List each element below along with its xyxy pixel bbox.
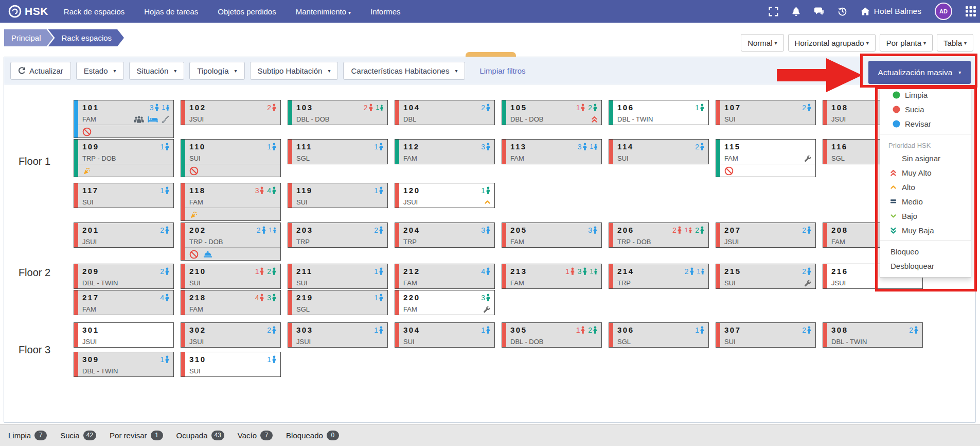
occupancy-count: 2 [588, 104, 598, 111]
room-row: 2012 JSUI 20221 TRP - DOB 2032 TRP [74, 222, 923, 248]
room-card-114[interactable]: 1142 SUI [609, 139, 709, 164]
filter-button-estado[interactable]: Estado▾ [76, 62, 124, 80]
filter-button-situacion[interactable]: Situación▾ [129, 62, 185, 80]
room-card-112[interactable]: 1123 FAM [395, 139, 495, 164]
user-avatar[interactable]: AD [935, 3, 952, 20]
room-card-210[interactable]: 21012 SUI [181, 264, 281, 289]
room-card-219[interactable]: 2191 SGL [288, 290, 388, 315]
room-card-204[interactable]: 2043 TRP [395, 222, 495, 248]
room-card-113[interactable]: 11331 FAM [502, 139, 602, 164]
hsk-logo[interactable]: HSK [8, 5, 48, 18]
menu-item-desbloquear[interactable]: Desbloquear [880, 259, 971, 273]
room-card-302[interactable]: 3022 JSUI [181, 322, 281, 348]
nav-item-hojas-de-tareas[interactable]: Hojas de tareas [144, 7, 198, 16]
menu-item-limpia[interactable]: Limpia [880, 88, 971, 102]
room-card-201[interactable]: 2012 JSUI [74, 222, 174, 248]
breadcrumb-principal[interactable]: Principal [4, 29, 54, 46]
view-button-normal[interactable]: Normal▾ [741, 34, 783, 52]
room-card-105[interactable]: 10512 DBL - DOB [502, 100, 602, 125]
fullscreen-icon[interactable] [769, 7, 778, 16]
room-card-303[interactable]: 3031 JSUI [288, 322, 388, 348]
history-icon[interactable] [838, 7, 847, 16]
room-card-203[interactable]: 2032 TRP [288, 222, 388, 248]
room-card-310[interactable]: 3101 SUI [181, 352, 281, 377]
room-card-212[interactable]: 2124 FAM [395, 264, 495, 289]
menu-item-sin-asignar[interactable]: Sin asignar [880, 151, 971, 165]
room-card-304[interactable]: 3041 SUI [395, 322, 495, 348]
room-status-bar [395, 183, 399, 208]
room-card-107[interactable]: 1072 SUI [716, 100, 816, 125]
room-card-119[interactable]: 1191 SUI [288, 183, 388, 208]
occupancy-count: 2 [267, 104, 277, 111]
room-card-308[interactable]: 3082 DBL - TWIN [823, 322, 923, 348]
hotel-selector[interactable]: Hotel Balmes [861, 7, 921, 16]
room-card-305[interactable]: 30512 DBL - DOB [502, 322, 602, 348]
room-status-bar [74, 290, 78, 315]
room-card-101[interactable]: 10131 FAM [74, 100, 174, 138]
room-card-110[interactable]: 1101 SUI [181, 139, 281, 177]
room-occupancy: 3 [481, 226, 491, 234]
room-occupancy: 1 [160, 355, 170, 363]
filter-button-subtipo-habitacion[interactable]: Subtipo Habitación▾ [250, 62, 338, 80]
menu-item-muy-baja[interactable]: Muy Baja [880, 223, 971, 237]
room-card-217[interactable]: 2174 FAM [74, 290, 174, 315]
nav-item-mantenimiento[interactable]: Mantenimiento▾ [296, 7, 351, 16]
nav-item-rack-de-espacios[interactable]: Rack de espacios [64, 7, 124, 16]
room-card-209[interactable]: 2092 DBL - TWIN [74, 264, 174, 289]
menu-item-bloqueo[interactable]: Bloqueo [880, 244, 971, 259]
room-card-213[interactable]: 213131 FAM [502, 264, 602, 289]
room-card-215[interactable]: 2152 SUI [716, 264, 816, 289]
stat-limpia: Limpia7 [8, 431, 47, 440]
room-type: FAM [510, 238, 524, 246]
room-card-207[interactable]: 2072 JSUI [716, 222, 816, 248]
apps-grid-icon[interactable] [966, 6, 976, 16]
room-card-211[interactable]: 2111 SUI [288, 264, 388, 289]
room-card-218[interactable]: 21843 FAM [181, 290, 281, 315]
mass-update-button[interactable]: Actualización masiva ▾ [868, 61, 971, 84]
room-card-118[interactable]: 11834 FAM [181, 183, 281, 221]
room-card-205[interactable]: 2053 FAM [502, 222, 602, 248]
room-card-202[interactable]: 20221 TRP - DOB [181, 222, 281, 261]
room-card-104[interactable]: 1042 DBL [395, 100, 495, 125]
nav-item-objetos-perdidos[interactable]: Objetos perdidos [218, 7, 276, 16]
clear-filters-link[interactable]: Limpiar filtros [479, 66, 525, 75]
room-number: 305 [510, 325, 527, 334]
menu-item-medio[interactable]: Medio [880, 194, 971, 209]
view-button-horizontal-agrupado[interactable]: Horizontal agrupado▾ [788, 34, 876, 52]
menu-item-revisar[interactable]: Revisar [880, 116, 971, 131]
chat-icon[interactable] [814, 7, 824, 16]
room-card-301[interactable]: 301 JSUI [74, 322, 174, 348]
room-card-103[interactable]: 10321 DBL - DOB [288, 100, 388, 125]
room-card-117[interactable]: 1171 SUI [74, 183, 174, 208]
room-card-111[interactable]: 1111 SGL [288, 139, 388, 164]
room-card-102[interactable]: 1022 JSUI [181, 100, 281, 125]
room-card-309[interactable]: 3091 DBL - TWIN [74, 352, 174, 377]
view-button-tabla[interactable]: Tabla▾ [937, 34, 973, 52]
menu-item-sucia[interactable]: Sucia [880, 102, 971, 116]
room-card-214[interactable]: 21421 TRP [609, 264, 709, 289]
room-card-120[interactable]: 1201 JSUI [395, 183, 495, 208]
room-card-306[interactable]: 3061 SGL [609, 322, 709, 348]
view-button-por-planta[interactable]: Por planta▾ [880, 34, 933, 52]
refresh-button[interactable]: Actualizar [10, 62, 71, 80]
nav-item-informes[interactable]: Informes [370, 7, 400, 16]
room-card-220[interactable]: 2203 FAM [395, 290, 495, 315]
filter-button-tipologia[interactable]: Tipología▾ [189, 62, 244, 80]
menu-item-alto[interactable]: Alto [880, 180, 971, 194]
menu-item-muy-alto[interactable]: Muy Alto [880, 165, 971, 180]
room-type: DBL - TWIN [617, 115, 653, 123]
room-type: TRP - DOB [82, 155, 116, 162]
room-card-206[interactable]: 206212 TRP - DOB [609, 222, 709, 248]
breadcrumb-rack-espacios[interactable]: Rack espacios [48, 29, 124, 46]
room-type: SUI [403, 338, 415, 346]
notifications-bell-icon[interactable] [792, 7, 800, 16]
room-number: 201 [82, 226, 99, 234]
room-card-106[interactable]: 1061 DBL - TWIN [609, 100, 709, 125]
room-row: 1091 TRP - DOB 1101 SUI 1111 SGL [74, 139, 923, 164]
menu-item-bajo[interactable]: Bajo [880, 209, 971, 223]
room-card-115[interactable]: 115 FAM [716, 139, 816, 177]
filter-button-caracteristicas-habitaciones[interactable]: Características Habitaciones▾ [343, 62, 465, 80]
room-card-109[interactable]: 1091 TRP - DOB [74, 139, 174, 177]
room-card-307[interactable]: 3072 SUI [716, 322, 816, 348]
broom-icon [161, 115, 170, 124]
